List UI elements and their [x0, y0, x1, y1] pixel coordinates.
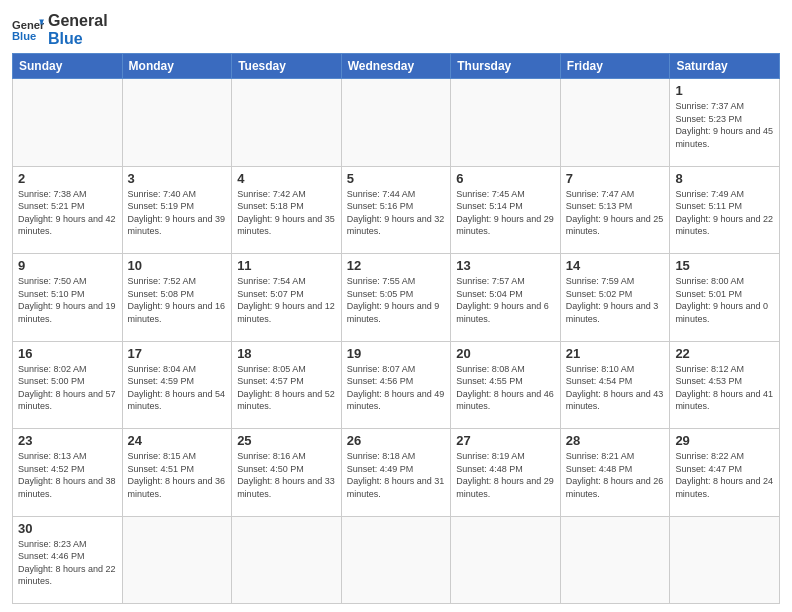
day-info: Sunrise: 8:04 AM Sunset: 4:59 PM Dayligh… — [128, 363, 227, 413]
day-number: 27 — [456, 433, 555, 448]
day-number: 24 — [128, 433, 227, 448]
day-info: Sunrise: 8:07 AM Sunset: 4:56 PM Dayligh… — [347, 363, 446, 413]
day-info: Sunrise: 8:22 AM Sunset: 4:47 PM Dayligh… — [675, 450, 774, 500]
calendar-cell: 17Sunrise: 8:04 AM Sunset: 4:59 PM Dayli… — [122, 341, 232, 428]
svg-text:General: General — [12, 19, 44, 31]
calendar-row-2: 2Sunrise: 7:38 AM Sunset: 5:21 PM Daylig… — [13, 166, 780, 253]
logo-icon: General Blue — [12, 16, 44, 44]
day-info: Sunrise: 8:10 AM Sunset: 4:54 PM Dayligh… — [566, 363, 665, 413]
calendar-cell — [560, 516, 670, 603]
header: General Blue General Blue — [12, 12, 780, 47]
day-number: 8 — [675, 171, 774, 186]
calendar-cell: 4Sunrise: 7:42 AM Sunset: 5:18 PM Daylig… — [232, 166, 342, 253]
calendar-cell: 6Sunrise: 7:45 AM Sunset: 5:14 PM Daylig… — [451, 166, 561, 253]
day-info: Sunrise: 7:55 AM Sunset: 5:05 PM Dayligh… — [347, 275, 446, 325]
calendar-cell: 26Sunrise: 8:18 AM Sunset: 4:49 PM Dayli… — [341, 429, 451, 516]
day-info: Sunrise: 7:59 AM Sunset: 5:02 PM Dayligh… — [566, 275, 665, 325]
calendar-cell — [451, 516, 561, 603]
day-number: 6 — [456, 171, 555, 186]
day-info: Sunrise: 8:02 AM Sunset: 5:00 PM Dayligh… — [18, 363, 117, 413]
calendar-cell — [670, 516, 780, 603]
calendar-cell — [122, 516, 232, 603]
weekday-header-wednesday: Wednesday — [341, 54, 451, 79]
calendar-cell — [232, 79, 342, 166]
day-number: 23 — [18, 433, 117, 448]
day-number: 18 — [237, 346, 336, 361]
calendar-table: SundayMondayTuesdayWednesdayThursdayFrid… — [12, 53, 780, 604]
day-info: Sunrise: 7:37 AM Sunset: 5:23 PM Dayligh… — [675, 100, 774, 150]
day-number: 4 — [237, 171, 336, 186]
calendar-cell: 1Sunrise: 7:37 AM Sunset: 5:23 PM Daylig… — [670, 79, 780, 166]
day-info: Sunrise: 8:18 AM Sunset: 4:49 PM Dayligh… — [347, 450, 446, 500]
calendar-cell: 15Sunrise: 8:00 AM Sunset: 5:01 PM Dayli… — [670, 254, 780, 341]
weekday-header-sunday: Sunday — [13, 54, 123, 79]
calendar-cell: 25Sunrise: 8:16 AM Sunset: 4:50 PM Dayli… — [232, 429, 342, 516]
calendar-cell: 21Sunrise: 8:10 AM Sunset: 4:54 PM Dayli… — [560, 341, 670, 428]
weekday-header-thursday: Thursday — [451, 54, 561, 79]
calendar-row-5: 23Sunrise: 8:13 AM Sunset: 4:52 PM Dayli… — [13, 429, 780, 516]
day-info: Sunrise: 8:16 AM Sunset: 4:50 PM Dayligh… — [237, 450, 336, 500]
day-number: 9 — [18, 258, 117, 273]
calendar-cell: 13Sunrise: 7:57 AM Sunset: 5:04 PM Dayli… — [451, 254, 561, 341]
day-info: Sunrise: 7:38 AM Sunset: 5:21 PM Dayligh… — [18, 188, 117, 238]
calendar-cell: 10Sunrise: 7:52 AM Sunset: 5:08 PM Dayli… — [122, 254, 232, 341]
calendar-row-1: 1Sunrise: 7:37 AM Sunset: 5:23 PM Daylig… — [13, 79, 780, 166]
day-number: 30 — [18, 521, 117, 536]
day-number: 26 — [347, 433, 446, 448]
day-info: Sunrise: 8:00 AM Sunset: 5:01 PM Dayligh… — [675, 275, 774, 325]
calendar-cell — [451, 79, 561, 166]
day-info: Sunrise: 7:47 AM Sunset: 5:13 PM Dayligh… — [566, 188, 665, 238]
day-number: 25 — [237, 433, 336, 448]
day-number: 14 — [566, 258, 665, 273]
day-info: Sunrise: 7:54 AM Sunset: 5:07 PM Dayligh… — [237, 275, 336, 325]
calendar-cell — [341, 79, 451, 166]
day-info: Sunrise: 7:42 AM Sunset: 5:18 PM Dayligh… — [237, 188, 336, 238]
page: General Blue General Blue SundayMondayTu… — [0, 0, 792, 612]
calendar-cell — [13, 79, 123, 166]
day-number: 11 — [237, 258, 336, 273]
weekday-header-monday: Monday — [122, 54, 232, 79]
day-number: 20 — [456, 346, 555, 361]
day-info: Sunrise: 7:52 AM Sunset: 5:08 PM Dayligh… — [128, 275, 227, 325]
day-number: 17 — [128, 346, 227, 361]
calendar-cell: 12Sunrise: 7:55 AM Sunset: 5:05 PM Dayli… — [341, 254, 451, 341]
day-info: Sunrise: 8:21 AM Sunset: 4:48 PM Dayligh… — [566, 450, 665, 500]
day-info: Sunrise: 8:08 AM Sunset: 4:55 PM Dayligh… — [456, 363, 555, 413]
day-number: 7 — [566, 171, 665, 186]
calendar-cell: 29Sunrise: 8:22 AM Sunset: 4:47 PM Dayli… — [670, 429, 780, 516]
calendar-cell: 30Sunrise: 8:23 AM Sunset: 4:46 PM Dayli… — [13, 516, 123, 603]
calendar-cell: 22Sunrise: 8:12 AM Sunset: 4:53 PM Dayli… — [670, 341, 780, 428]
calendar-row-4: 16Sunrise: 8:02 AM Sunset: 5:00 PM Dayli… — [13, 341, 780, 428]
day-number: 10 — [128, 258, 227, 273]
day-number: 2 — [18, 171, 117, 186]
weekday-header-friday: Friday — [560, 54, 670, 79]
calendar-cell: 5Sunrise: 7:44 AM Sunset: 5:16 PM Daylig… — [341, 166, 451, 253]
day-number: 19 — [347, 346, 446, 361]
day-number: 15 — [675, 258, 774, 273]
calendar-row-6: 30Sunrise: 8:23 AM Sunset: 4:46 PM Dayli… — [13, 516, 780, 603]
day-number: 3 — [128, 171, 227, 186]
day-info: Sunrise: 8:15 AM Sunset: 4:51 PM Dayligh… — [128, 450, 227, 500]
day-number: 22 — [675, 346, 774, 361]
calendar-cell: 9Sunrise: 7:50 AM Sunset: 5:10 PM Daylig… — [13, 254, 123, 341]
day-number: 16 — [18, 346, 117, 361]
day-number: 1 — [675, 83, 774, 98]
calendar-cell: 8Sunrise: 7:49 AM Sunset: 5:11 PM Daylig… — [670, 166, 780, 253]
weekday-header-saturday: Saturday — [670, 54, 780, 79]
calendar-cell — [341, 516, 451, 603]
day-info: Sunrise: 7:45 AM Sunset: 5:14 PM Dayligh… — [456, 188, 555, 238]
weekday-header-tuesday: Tuesday — [232, 54, 342, 79]
day-info: Sunrise: 8:13 AM Sunset: 4:52 PM Dayligh… — [18, 450, 117, 500]
day-number: 28 — [566, 433, 665, 448]
day-number: 21 — [566, 346, 665, 361]
calendar-cell: 11Sunrise: 7:54 AM Sunset: 5:07 PM Dayli… — [232, 254, 342, 341]
day-info: Sunrise: 8:19 AM Sunset: 4:48 PM Dayligh… — [456, 450, 555, 500]
calendar-row-3: 9Sunrise: 7:50 AM Sunset: 5:10 PM Daylig… — [13, 254, 780, 341]
calendar-cell: 18Sunrise: 8:05 AM Sunset: 4:57 PM Dayli… — [232, 341, 342, 428]
calendar-cell: 20Sunrise: 8:08 AM Sunset: 4:55 PM Dayli… — [451, 341, 561, 428]
calendar-cell: 16Sunrise: 8:02 AM Sunset: 5:00 PM Dayli… — [13, 341, 123, 428]
day-number: 5 — [347, 171, 446, 186]
calendar-cell: 3Sunrise: 7:40 AM Sunset: 5:19 PM Daylig… — [122, 166, 232, 253]
day-info: Sunrise: 7:57 AM Sunset: 5:04 PM Dayligh… — [456, 275, 555, 325]
day-info: Sunrise: 7:49 AM Sunset: 5:11 PM Dayligh… — [675, 188, 774, 238]
